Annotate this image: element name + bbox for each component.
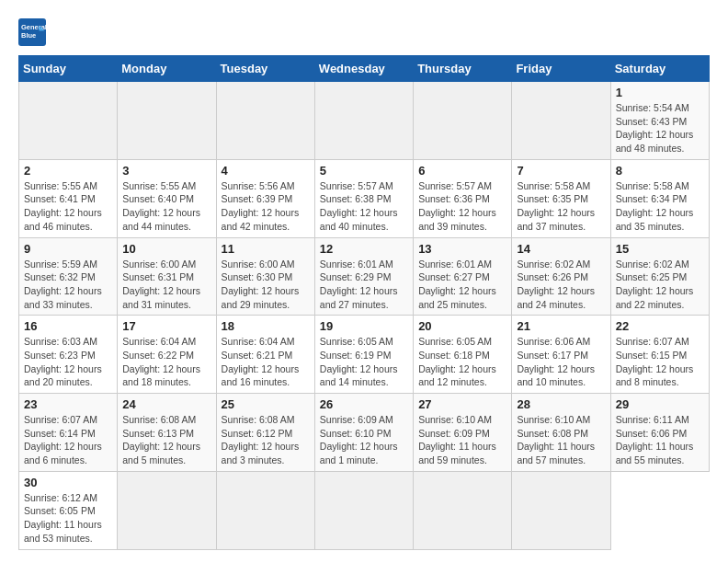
calendar-day-cell [216,471,314,549]
day-number: 28 [517,397,605,411]
day-number: 29 [616,397,704,411]
calendar-day-cell: 19 Sunrise: 6:05 AMSunset: 6:19 PMDaylig… [314,316,413,394]
day-info: Sunrise: 6:08 AMSunset: 6:13 PMDaylight:… [122,413,210,467]
day-number: 14 [517,242,605,256]
day-info: Sunrise: 6:01 AMSunset: 6:29 PMDaylight:… [320,258,408,312]
calendar-day-cell: 24 Sunrise: 6:08 AMSunset: 6:13 PMDaylig… [118,394,216,472]
calendar-day-cell: 2 Sunrise: 5:55 AMSunset: 6:41 PMDayligh… [19,159,118,237]
day-number: 11 [222,242,310,256]
calendar-day-cell: 7 Sunrise: 5:58 AMSunset: 6:35 PMDayligh… [512,159,610,237]
day-number: 27 [418,397,506,411]
day-number: 19 [320,319,408,333]
day-number: 18 [222,319,310,333]
day-number: 10 [122,242,210,256]
day-number: 13 [418,242,506,256]
day-info: Sunrise: 5:57 AMSunset: 6:36 PMDaylight:… [418,179,506,234]
calendar-day-cell: 5 Sunrise: 5:57 AMSunset: 6:38 PMDayligh… [314,159,413,237]
day-number: 30 [24,476,112,489]
calendar-day-cell [314,471,413,549]
calendar-day-cell: 6 Sunrise: 5:57 AMSunset: 6:36 PMDayligh… [414,159,512,237]
day-info: Sunrise: 6:00 AMSunset: 6:31 PMDaylight:… [122,258,210,312]
calendar-day-cell: 20 Sunrise: 6:05 AMSunset: 6:18 PMDaylig… [414,316,512,394]
day-number: 6 [418,164,506,178]
calendar-week-row: 16 Sunrise: 6:03 AMSunset: 6:23 PMDaylig… [19,316,710,394]
day-number: 12 [320,242,408,256]
day-info: Sunrise: 6:07 AMSunset: 6:14 PMDaylight:… [24,413,112,467]
day-number: 4 [222,164,310,178]
day-number: 21 [517,319,605,333]
svg-text:Blue: Blue [21,31,36,40]
day-info: Sunrise: 6:02 AMSunset: 6:26 PMDaylight:… [517,258,605,312]
calendar-day-cell: 4 Sunrise: 5:56 AMSunset: 6:39 PMDayligh… [216,159,314,237]
day-number: 26 [320,397,408,411]
calendar-day-cell: 3 Sunrise: 5:55 AMSunset: 6:40 PMDayligh… [118,159,216,237]
calendar-day-cell: 14 Sunrise: 6:02 AMSunset: 6:26 PMDaylig… [512,237,610,316]
logo: General Blue [18,18,50,46]
day-info: Sunrise: 6:12 AMSunset: 6:05 PMDaylight:… [24,491,112,546]
day-info: Sunrise: 6:01 AMSunset: 6:27 PMDaylight:… [418,258,506,312]
day-info: Sunrise: 6:10 AMSunset: 6:08 PMDaylight:… [517,413,605,467]
day-number: 15 [616,242,704,256]
calendar-week-row: 23 Sunrise: 6:07 AMSunset: 6:14 PMDaylig… [19,394,710,472]
day-info: Sunrise: 5:54 AMSunset: 6:43 PMDaylight:… [616,101,704,155]
calendar-day-cell [118,471,216,549]
column-header-sunday: Sunday [19,56,118,82]
calendar-week-row: 30 Sunrise: 6:12 AMSunset: 6:05 PMDaylig… [19,471,710,549]
day-info: Sunrise: 5:56 AMSunset: 6:39 PMDaylight:… [222,179,310,234]
calendar-day-cell: 30 Sunrise: 6:12 AMSunset: 6:05 PMDaylig… [19,471,118,549]
calendar-day-cell: 27 Sunrise: 6:10 AMSunset: 6:09 PMDaylig… [414,394,512,472]
day-number: 24 [122,397,210,411]
calendar-week-row: 2 Sunrise: 5:55 AMSunset: 6:41 PMDayligh… [19,159,710,237]
calendar-day-cell [216,82,314,160]
calendar-day-cell: 16 Sunrise: 6:03 AMSunset: 6:23 PMDaylig… [19,316,118,394]
day-info: Sunrise: 6:06 AMSunset: 6:17 PMDaylight:… [517,335,605,389]
day-number: 25 [222,397,310,411]
calendar-table: SundayMondayTuesdayWednesdayThursdayFrid… [18,55,710,550]
day-number: 8 [616,164,704,178]
day-info: Sunrise: 6:05 AMSunset: 6:18 PMDaylight:… [418,335,506,389]
calendar-day-cell: 1 Sunrise: 5:54 AMSunset: 6:43 PMDayligh… [610,82,709,160]
page-header: General Blue [18,18,710,46]
calendar-day-cell [512,82,610,160]
day-info: Sunrise: 6:03 AMSunset: 6:23 PMDaylight:… [24,335,112,389]
day-info: Sunrise: 6:08 AMSunset: 6:12 PMDaylight:… [222,413,310,467]
calendar-day-cell [118,82,216,160]
day-number: 2 [24,164,112,178]
calendar-day-cell: 25 Sunrise: 6:08 AMSunset: 6:12 PMDaylig… [216,394,314,472]
day-number: 3 [122,164,210,178]
column-header-monday: Monday [118,56,216,82]
day-info: Sunrise: 5:58 AMSunset: 6:35 PMDaylight:… [517,179,605,234]
day-info: Sunrise: 6:04 AMSunset: 6:22 PMDaylight:… [122,335,210,389]
day-info: Sunrise: 6:09 AMSunset: 6:10 PMDaylight:… [320,413,408,467]
calendar-week-row: 9 Sunrise: 5:59 AMSunset: 6:32 PMDayligh… [19,237,710,316]
day-number: 1 [616,86,704,99]
calendar-day-cell: 26 Sunrise: 6:09 AMSunset: 6:10 PMDaylig… [314,394,413,472]
day-number: 17 [122,319,210,333]
day-number: 16 [24,319,112,333]
day-number: 9 [24,242,112,256]
calendar-day-cell: 12 Sunrise: 6:01 AMSunset: 6:29 PMDaylig… [314,237,413,316]
calendar-week-row: 1 Sunrise: 5:54 AMSunset: 6:43 PMDayligh… [19,82,710,160]
calendar-day-cell: 23 Sunrise: 6:07 AMSunset: 6:14 PMDaylig… [19,394,118,472]
day-info: Sunrise: 5:58 AMSunset: 6:34 PMDaylight:… [616,179,704,234]
column-header-thursday: Thursday [414,56,512,82]
calendar-day-cell: 18 Sunrise: 6:04 AMSunset: 6:21 PMDaylig… [216,316,314,394]
calendar-day-cell [414,82,512,160]
calendar-day-cell: 13 Sunrise: 6:01 AMSunset: 6:27 PMDaylig… [414,237,512,316]
calendar-day-cell: 22 Sunrise: 6:07 AMSunset: 6:15 PMDaylig… [610,316,709,394]
calendar-header-row: SundayMondayTuesdayWednesdayThursdayFrid… [19,56,710,82]
day-number: 5 [320,164,408,178]
day-info: Sunrise: 6:11 AMSunset: 6:06 PMDaylight:… [616,413,704,467]
calendar-day-cell [19,82,118,160]
calendar-day-cell: 21 Sunrise: 6:06 AMSunset: 6:17 PMDaylig… [512,316,610,394]
column-header-friday: Friday [512,56,610,82]
day-number: 20 [418,319,506,333]
day-info: Sunrise: 5:59 AMSunset: 6:32 PMDaylight:… [24,258,112,312]
day-info: Sunrise: 5:55 AMSunset: 6:40 PMDaylight:… [122,179,210,234]
calendar-day-cell: 8 Sunrise: 5:58 AMSunset: 6:34 PMDayligh… [610,159,709,237]
calendar-day-cell [314,82,413,160]
day-info: Sunrise: 6:05 AMSunset: 6:19 PMDaylight:… [320,335,408,389]
day-number: 23 [24,397,112,411]
day-info: Sunrise: 6:10 AMSunset: 6:09 PMDaylight:… [418,413,506,467]
column-header-saturday: Saturday [610,56,709,82]
